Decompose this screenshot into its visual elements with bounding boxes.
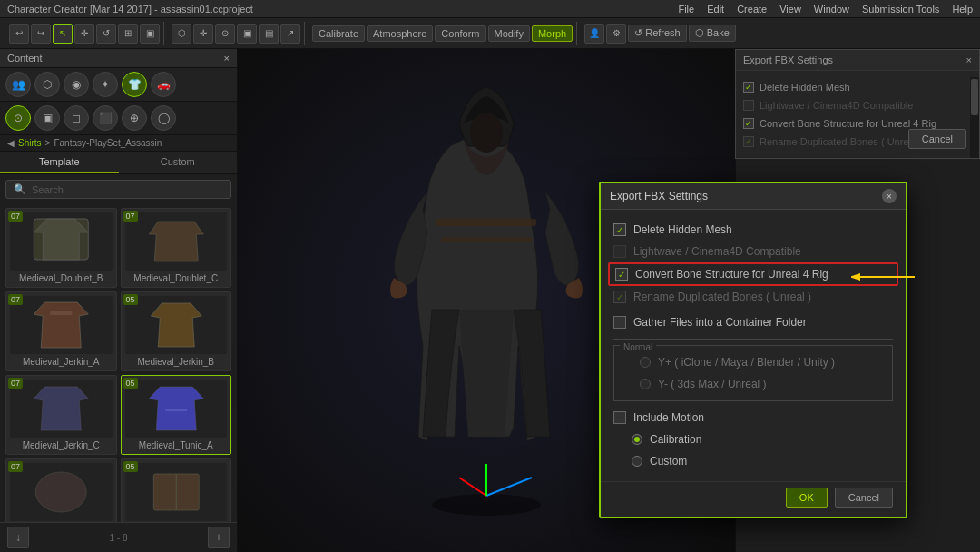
item-badge: 07 xyxy=(8,294,23,305)
icon-grid[interactable]: ▣ xyxy=(34,105,60,131)
fg-radio-yplus[interactable]: Y+ ( iClone / Maya / Blender / Unity ) xyxy=(640,351,885,373)
fg-cancel-button[interactable]: Cancel xyxy=(835,488,893,508)
menu-edit[interactable]: Edit xyxy=(707,4,724,15)
bg-checkbox-rename[interactable]: ✓ xyxy=(743,136,754,147)
tab-custom[interactable]: Custom xyxy=(119,152,238,173)
icon-shirt[interactable]: 👕 xyxy=(122,72,147,97)
search-placeholder[interactable]: Search xyxy=(32,184,64,195)
item-name: Medieval_Jerkin_A xyxy=(10,357,113,367)
bg-dialog-close-icon[interactable]: × xyxy=(966,54,972,65)
toolbar-group-tools: Calibrate Atmosphere Conform Modify Morp… xyxy=(309,22,577,45)
bake-button[interactable]: ⬡ Bake xyxy=(689,25,736,42)
icon-morph[interactable]: ⬡ xyxy=(34,72,60,97)
sidebar-close-icon[interactable]: × xyxy=(224,53,230,64)
move-button[interactable]: ✛ xyxy=(74,24,94,44)
normal-section-divider xyxy=(613,339,893,340)
settings-button[interactable]: ⚙ xyxy=(606,24,626,44)
svg-line-11 xyxy=(459,478,486,496)
fg-checkbox-convert-bone[interactable]: ✓ xyxy=(615,268,628,281)
transform-button[interactable]: ▣ xyxy=(140,24,160,44)
redo-button[interactable]: ↪ xyxy=(31,24,51,44)
list-item[interactable]: 07 Medieval_Jerkin_C xyxy=(5,375,117,455)
menu-submission-tools[interactable]: Submission Tools xyxy=(862,4,939,15)
fg-checkbox-gather[interactable] xyxy=(613,316,626,329)
svg-rect-1 xyxy=(50,311,72,315)
scale-button[interactable]: ⊞ xyxy=(118,24,138,44)
fg-checkbox-lightwave[interactable] xyxy=(613,245,626,258)
icon-tool3[interactable]: ◯ xyxy=(151,105,176,131)
tab-template[interactable]: Template xyxy=(0,152,119,173)
bg-cancel-button[interactable]: Cancel xyxy=(908,129,966,149)
icon-ring[interactable]: ⊙ xyxy=(5,105,31,131)
calibrate-button[interactable]: Calibrate xyxy=(312,25,365,42)
list-item[interactable]: 07 — xyxy=(5,458,117,522)
fg-checkbox-rename[interactable]: ✓ xyxy=(613,291,626,303)
undo-button[interactable]: ↩ xyxy=(9,24,29,44)
sidebar-add-button[interactable]: + xyxy=(208,527,230,548)
list-item[interactable]: 05 Medieval_Tunic_A xyxy=(121,375,232,455)
fg-radio-custom[interactable]: Custom xyxy=(632,450,893,472)
modify-button[interactable]: Modify xyxy=(488,25,530,42)
fg-option-rename-bones[interactable]: ✓ Rename Duplicated Bones ( Unreal ) xyxy=(613,286,893,308)
fg-radio-yminus[interactable]: Y- ( 3ds Max / Unreal ) xyxy=(640,373,885,395)
icon-people[interactable]: 👥 xyxy=(5,72,31,97)
mesh-btn5[interactable]: ▤ xyxy=(259,24,279,44)
motion-sub-options: Calibration Custom xyxy=(632,429,893,472)
menu-help[interactable]: Help xyxy=(952,4,973,15)
fg-option-delete-hidden[interactable]: ✓ Delete Hidden Mesh xyxy=(613,219,893,241)
conform-button[interactable]: Conform xyxy=(435,25,485,42)
icon-tool2[interactable]: ⊕ xyxy=(122,105,147,131)
toolbar-group-render: 👤 ⚙ ↺ Refresh ⬡ Bake xyxy=(581,22,740,45)
list-item[interactable]: 07 Medieval_Jerkin_A xyxy=(5,291,117,371)
menu-window[interactable]: Window xyxy=(814,4,849,15)
mesh-btn2[interactable]: ✛ xyxy=(193,24,213,44)
mesh-btn4[interactable]: ▣ xyxy=(237,24,257,44)
scroll-track[interactable] xyxy=(970,77,979,158)
atmosphere-button[interactable]: Atmosphere xyxy=(367,25,433,42)
icon-shape[interactable]: ◻ xyxy=(64,105,89,131)
icon-tool1[interactable]: ⬛ xyxy=(93,105,118,131)
fg-dialog-close-button[interactable]: × xyxy=(882,189,897,203)
bg-checkbox-convert-bone[interactable]: ✓ xyxy=(743,118,754,129)
toolbar-group-transform: ↩ ↪ ↖ ✛ ↺ ⊞ ▣ xyxy=(5,22,164,45)
fg-checkbox-delete[interactable]: ✓ xyxy=(613,223,626,236)
list-item[interactable]: 07 Medieval_Doublet_C xyxy=(121,208,232,288)
menu-view[interactable]: View xyxy=(779,4,801,15)
mesh-btn3[interactable]: ⊙ xyxy=(215,24,235,44)
rotate-button[interactable]: ↺ xyxy=(96,24,116,44)
icon-cloth[interactable]: ◉ xyxy=(64,72,89,97)
rb-yminus[interactable] xyxy=(640,379,651,389)
bg-option-lightwave[interactable]: Lightwave / Cinema4D Compatible xyxy=(743,96,972,114)
list-item[interactable]: 05 — xyxy=(121,458,232,522)
rb-custom[interactable] xyxy=(632,456,642,467)
fg-radio-calibration[interactable]: Calibration xyxy=(632,429,893,450)
fg-ok-button[interactable]: OK xyxy=(786,488,828,508)
breadcrumb-shirts[interactable]: Shirts xyxy=(18,138,42,148)
breadcrumb-arrow[interactable]: ◀ xyxy=(7,138,15,148)
menu-create[interactable]: Create xyxy=(737,4,767,15)
list-item[interactable]: 07 Medieval_Doublet_B xyxy=(5,208,117,288)
rb-calibration[interactable] xyxy=(632,434,642,445)
mesh-btn1[interactable]: ⬡ xyxy=(172,24,191,44)
sidebar-down-button[interactable]: ↓ xyxy=(7,527,29,548)
fg-checkbox-include-motion[interactable] xyxy=(613,411,626,424)
list-item[interactable]: 05 Medieval_Jerkin_B xyxy=(121,291,232,371)
cloth-icon xyxy=(10,214,113,269)
sidebar-icons-row2: ⊙ ▣ ◻ ⬛ ⊕ ◯ xyxy=(0,102,237,135)
bg-checkbox-lightwave[interactable] xyxy=(743,100,754,111)
icon-hair[interactable]: ✦ xyxy=(93,72,118,97)
fg-option-convert-bone[interactable]: ✓ Convert Bone Structure for Unreal 4 Ri… xyxy=(608,262,898,286)
mesh-btn6[interactable]: ↗ xyxy=(280,24,300,44)
avatar-button[interactable]: 👤 xyxy=(584,24,604,44)
menu-file[interactable]: File xyxy=(678,4,694,15)
select-button[interactable]: ↖ xyxy=(53,24,73,44)
fg-option-gather-files[interactable]: Gather Files into a Container Folder xyxy=(613,311,893,333)
morph-button[interactable]: Morph xyxy=(532,25,573,42)
bg-checkbox-delete[interactable]: ✓ xyxy=(743,82,754,93)
icon-vehicle[interactable]: 🚗 xyxy=(151,72,176,97)
fg-option-include-motion[interactable]: Include Motion xyxy=(613,407,893,429)
refresh-button[interactable]: ↺ Refresh xyxy=(628,25,687,42)
bg-option-delete-hidden[interactable]: ✓ Delete Hidden Mesh xyxy=(743,78,972,96)
rb-yplus[interactable] xyxy=(640,357,651,368)
fg-option-lightwave[interactable]: Lightwave / Cinema4D Compatible xyxy=(613,241,893,262)
